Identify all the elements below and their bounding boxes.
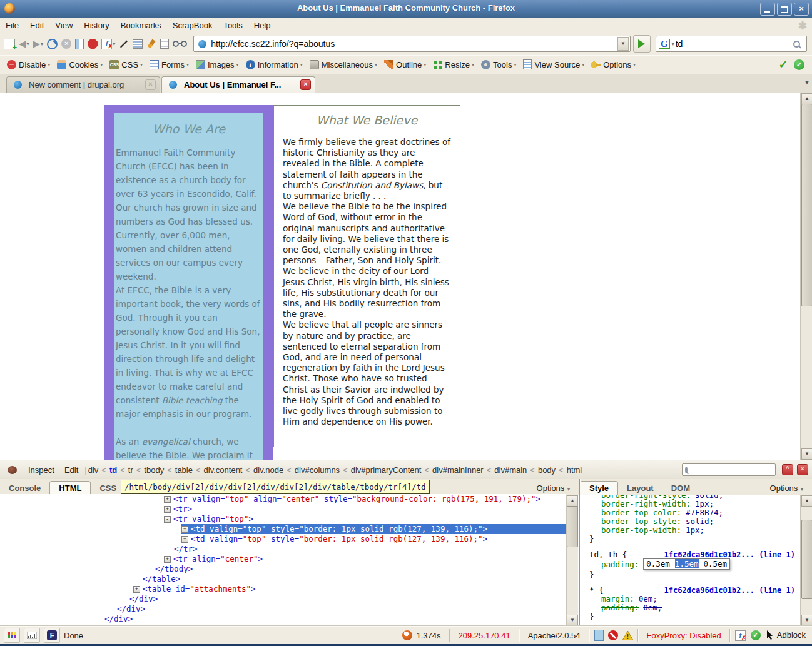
tab-aboutus[interactable]: About Us | Emmanuel F... × (161, 76, 315, 93)
reload-button[interactable] (47, 36, 58, 51)
server-software[interactable]: Apache/2.0.54 (528, 631, 581, 640)
search-icon[interactable] (793, 41, 800, 48)
scrollbar-thumb[interactable] (801, 104, 812, 306)
main-scrollbar[interactable]: ▲ ▼ (800, 93, 812, 460)
rule-source-link[interactable]: 1fc62dca96d1c01b2... (line 1) (664, 586, 795, 595)
server-ip[interactable]: 209.25.170.41 (459, 631, 510, 640)
style-line[interactable]: } (580, 612, 800, 621)
style-line[interactable]: padding:0em; (580, 603, 800, 612)
webdev-miscellaneous-menu[interactable]: Miscellaneous▾ (310, 60, 377, 69)
breadcrumb-item[interactable]: div< (88, 465, 109, 475)
back-button[interactable]: ◀▾ (19, 36, 29, 51)
html-panel-scrollbar[interactable]: ▲ ▼ (566, 495, 578, 626)
menu-view[interactable]: View (49, 19, 78, 32)
webdev-options-menu[interactable]: Options▾ (591, 60, 636, 69)
breadcrumb-item[interactable]: html< (567, 465, 582, 475)
minimize-button[interactable] (760, 3, 775, 16)
tree-row[interactable]: -<tr valign="top"> (164, 514, 566, 524)
webdev-tools-menu[interactable]: Tools▾ (481, 60, 516, 69)
menu-edit[interactable]: Edit (24, 19, 49, 32)
expander-icon[interactable]: + (181, 526, 188, 533)
expander-icon[interactable]: + (133, 586, 140, 593)
scroll-up-icon[interactable]: ▲ (567, 495, 578, 507)
webdev-css-menu[interactable]: CSSCSS▾ (109, 60, 143, 69)
tab-layout[interactable]: Layout (618, 482, 662, 495)
expander-icon[interactable]: + (164, 506, 171, 513)
graph-box[interactable] (24, 628, 40, 643)
close-button[interactable]: × (794, 3, 809, 16)
tree-row[interactable]: +<tr> (164, 504, 566, 514)
menu-history[interactable]: History (78, 19, 114, 32)
edit-value[interactable]: 0.5em (704, 559, 728, 568)
page-info-button[interactable] (173, 36, 187, 51)
breadcrumb-item[interactable]: div#primaryContent< (351, 465, 432, 475)
clear-cache-button[interactable] (146, 36, 156, 51)
tree-row[interactable]: </div> (117, 604, 566, 614)
form-info-button[interactable] (133, 36, 143, 51)
tab-list-dropdown-icon[interactable]: ▼ (804, 79, 810, 86)
scroll-down-icon[interactable]: ▼ (801, 615, 812, 626)
breadcrumb-item[interactable]: div.node< (253, 465, 295, 475)
style-line-editing[interactable]: padding:0.3em1.5em0.5em (580, 559, 800, 570)
property-value[interactable]: 1px; (686, 525, 704, 535)
js-valid-check-icon[interactable]: ✓ (794, 59, 804, 70)
css-valid-check-icon[interactable]: ✓ (779, 58, 788, 71)
expander-icon[interactable]: + (181, 536, 188, 543)
expander-icon[interactable]: + (164, 496, 171, 503)
tab-css[interactable]: CSS (91, 482, 125, 495)
breadcrumb-item[interactable]: div#columns< (295, 465, 351, 475)
menu-help[interactable]: Help (248, 19, 277, 32)
sidebar-button[interactable] (75, 36, 84, 51)
search-input[interactable] (674, 38, 793, 49)
style-options-menu[interactable]: Options ▾ (770, 482, 803, 495)
firebug-search-input[interactable] (690, 465, 789, 475)
inspect-button[interactable]: Inspect (23, 465, 59, 475)
property-name[interactable]: border-top-color: (601, 508, 681, 517)
google-engine-icon[interactable]: G (659, 39, 670, 49)
eyedropper-button[interactable] (119, 36, 129, 51)
tree-row[interactable]: +<tr valign="top" align="center" style="… (164, 494, 566, 504)
menu-scrapbook[interactable]: ScrapBook (167, 19, 218, 32)
firebug-close-button[interactable]: × (797, 464, 808, 475)
tab-close-icon[interactable]: × (300, 79, 311, 90)
tree-row[interactable]: </tbody> (155, 564, 566, 574)
warning-icon[interactable]: ! (622, 631, 633, 640)
html-options-menu[interactable]: Options ▾ (537, 482, 570, 495)
firebug-statusbar-box[interactable]: F (44, 628, 60, 643)
scrapbook-capture-button[interactable] (160, 36, 169, 51)
url-history-dropdown[interactable]: ▼ (617, 37, 629, 51)
style-line[interactable]: margin:0em; (580, 595, 800, 603)
tab-drupal[interactable]: New comment | drupal.org ✕ (6, 76, 160, 93)
quickjava-cursor-icon[interactable] (766, 630, 774, 640)
breadcrumb-item[interactable]: div#mainInner< (432, 465, 494, 475)
stop-button[interactable]: × (61, 36, 71, 51)
scroll-down-icon[interactable]: ▼ (567, 615, 578, 626)
webdev-disable-menu[interactable]: −Disable▾ (7, 60, 50, 69)
scroll-up-icon[interactable]: ▲ (801, 93, 812, 104)
scroll-up-icon[interactable]: ▲ (801, 495, 812, 507)
tree-row[interactable]: </tr> (174, 544, 566, 554)
inline-edit-box[interactable]: 0.3em1.5em0.5em (643, 558, 730, 570)
tree-row[interactable]: </div> (104, 614, 566, 624)
html-tree-panel[interactable]: +<tr valign="top" align="center" style="… (0, 494, 566, 625)
property-value[interactable]: #7F8B74; (686, 508, 723, 517)
page-doc-icon[interactable] (594, 630, 604, 641)
menu-file[interactable]: File (0, 19, 24, 32)
flashblock-status-icon[interactable]: f✗ (735, 630, 746, 641)
webdev-viewsource-menu[interactable]: View Source▾ (523, 59, 584, 69)
tab-style[interactable]: Style (580, 481, 618, 495)
expander-icon[interactable]: + (164, 556, 171, 563)
title-bar[interactable]: About Us | Emmanuel Faith Community Chur… (0, 0, 812, 18)
style-line[interactable]: border-top-color:#7F8B74; (580, 508, 800, 517)
style-panel-scrollbar[interactable]: ▲ ▼ (800, 495, 812, 626)
maximize-button[interactable] (777, 3, 792, 16)
search-bar[interactable]: G ▾ (656, 36, 807, 52)
scrollbar-thumb[interactable] (567, 506, 578, 547)
property-name[interactable]: border-top-style: (601, 517, 681, 526)
style-line[interactable]: 1fc62dca96d1c01b2... (line 1)td, th { (580, 550, 800, 559)
firebug-search-box[interactable] (682, 463, 776, 476)
flashblock-dropdown-icon[interactable]: ▾ (113, 41, 115, 47)
new-tab-button[interactable] (4, 36, 15, 51)
tab-console[interactable]: Console (0, 482, 49, 495)
page-viewport[interactable]: Who We Are Emmanuel Faith Community Chur… (0, 93, 800, 460)
